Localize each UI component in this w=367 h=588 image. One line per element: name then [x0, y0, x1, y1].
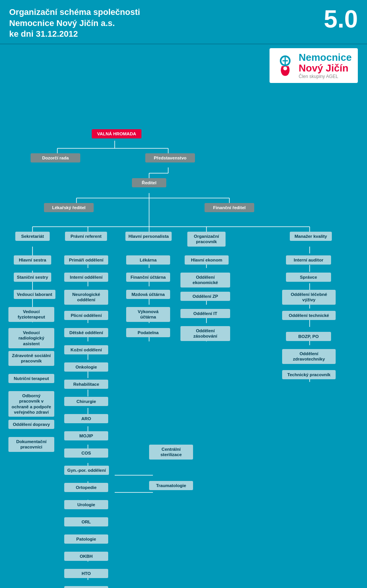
primariOddeleni-node: Primáři oddělení — [64, 255, 108, 265]
manazerkv-node: Manažer kvality — [290, 232, 332, 241]
vedouciFyzioterapeut-node: Vedoucí fyzioterapeut — [8, 307, 54, 322]
oddeleniIT-node: Oddělení IT — [180, 309, 230, 318]
svg-point-2 — [283, 67, 287, 70]
aro-node: ARO — [64, 414, 108, 423]
dozorciRada-node: Dozorčí rada — [31, 153, 80, 162]
stanicniSestry-node: Staniční sestry — [14, 273, 51, 282]
lekarna-node: Lékárna — [126, 255, 170, 265]
technickyPracovnik-node: Technický pracovník — [282, 370, 336, 379]
interniOddeleni-node: Interní oddělení — [64, 273, 108, 282]
cos-node: COS — [64, 448, 108, 458]
patologie-node: Patologie — [64, 534, 108, 544]
neurologickeOddeleni-node: Neurologické oddělení — [64, 290, 108, 305]
dokumentacniPracovnici-node: Dokumentační pracovníci — [8, 437, 54, 452]
kozniOddeleni-node: Kožní oddělení — [64, 345, 108, 354]
financniReditel-node: Finanční ředitel — [205, 203, 254, 212]
gynPorOddeleni-node: Gyn.-por. oddělení — [64, 466, 109, 475]
plicniOddeleni-node: Plicní oddělení — [64, 311, 108, 320]
oddeleniEkonomicke-node: Oddělení ekonomické — [180, 273, 230, 288]
oddeleniZasobovani-node: Oddělení zásobování — [180, 326, 230, 341]
header: Organizační schéma společnosti Nemocnice… — [0, 0, 367, 44]
hlavniSestra-node: Hlavní sestra — [14, 255, 51, 265]
rdg-node: RDG — [64, 586, 108, 588]
oddeleniTechnicke-node: Oddělení technické — [282, 311, 336, 320]
vedouciRadiologickyAsistent-node: Vedoucí radiologický asistent — [8, 328, 54, 348]
bozpPo-node: BOZP, PO — [286, 332, 331, 341]
header-title: Organizační schéma společnosti Nemocnice… — [9, 7, 140, 40]
detskeOddeleni-node: Dětské oddělení — [64, 328, 108, 337]
predstavenstvo-node: Představenstvo — [145, 153, 195, 162]
oddeleniDopravy-node: Oddělení dopravy — [8, 420, 54, 429]
vedouciLaborant-node: Vedoucí laborant — [14, 290, 55, 299]
centralniSterilizace-node: Centrální sterilizace — [149, 445, 193, 460]
nutricniTerapeut-node: Nutriční terapeut — [8, 374, 54, 383]
version-number: 5.0 — [324, 7, 358, 31]
oddeleniLecebneVyzivy-node: Oddělení léčebné výživy — [282, 290, 336, 305]
onkologie-node: Onkologie — [64, 362, 108, 372]
hlavniEkonom-node: Hlavní ekonom — [185, 255, 229, 265]
traumatologie-node: Traumatologie — [149, 481, 193, 490]
nemocnice-logo-icon — [276, 54, 295, 77]
rehabilitace-node: Rehabilitace — [64, 380, 108, 389]
urologie-node: Urologie — [64, 500, 108, 509]
logo-box: Nemocnice Nový Jičín Člen skupiny AGEL — [270, 48, 358, 83]
podatelna-node: Podatelna — [126, 328, 170, 337]
pravniReferent-node: Právní referent — [65, 232, 107, 241]
reditel-node: Ředitel — [132, 178, 166, 187]
hlavniPersonalista-node: Hlavní personalista — [125, 232, 172, 241]
lekarskyReditel-node: Lékařský ředitel — [44, 203, 94, 212]
vykonovaUctarna-node: Výkonová účtárna — [126, 307, 170, 322]
valnaHromada-node: VALNÁ HROMADA — [92, 129, 141, 138]
financniUctarna-node: Finanční účtárna — [126, 273, 170, 282]
oddeleniZP-node: Oddělení ZP — [180, 292, 230, 301]
hto-node: HTO — [64, 569, 108, 578]
chirurgie-node: Chirurgie — [64, 397, 108, 406]
odbornýPracovnik-node: Odborný pracovník v ochraně a podpoře ve… — [8, 391, 54, 417]
organizacniPracovnik-node: Organizační pracovník — [187, 232, 226, 247]
logo-text: Nemocnice Nový Jičín Člen skupiny AGEL — [299, 52, 352, 79]
orl-node: ORL — [64, 517, 108, 526]
oddeleniZdravotechniky-node: Oddělení zdravotechniky — [282, 349, 336, 364]
interniAuditor-node: Interní auditor — [286, 255, 331, 265]
zdravotneSocialniPracovnik-node: Zdravotně sociální pracovník — [8, 351, 54, 366]
spravce-node: Správce — [286, 273, 331, 282]
mojip-node: MOJIP — [64, 431, 108, 440]
ortopedie-node: Ortopedie — [64, 483, 108, 492]
mzdovaUctarna-node: Mzdová účtárna — [126, 290, 170, 299]
okbh-node: OKBH — [64, 552, 108, 561]
sekretariat-node: Sekretariát — [15, 232, 50, 241]
